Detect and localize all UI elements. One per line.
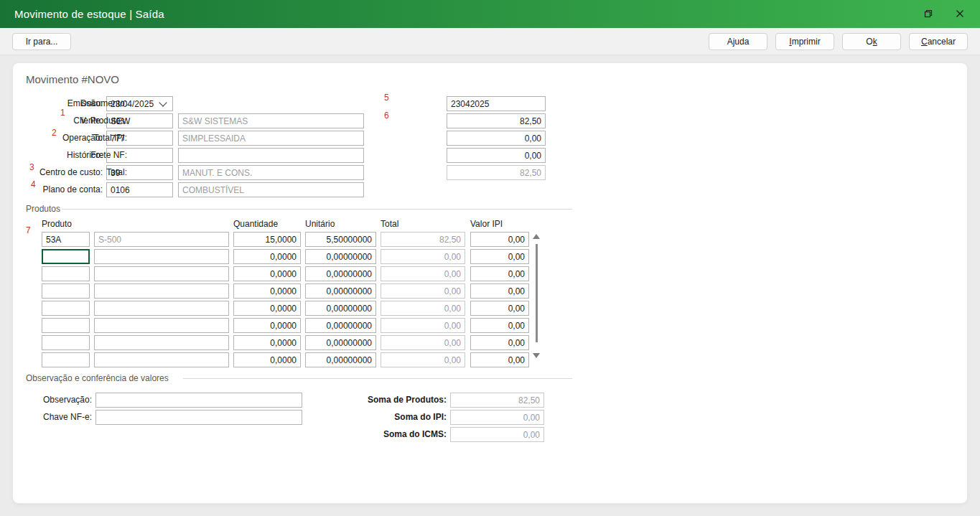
centro-custo-desc-field[interactable] xyxy=(178,165,364,180)
close-button[interactable] xyxy=(944,0,976,28)
product-unit-input[interactable] xyxy=(305,283,376,299)
annotation-5: 5 xyxy=(384,93,389,102)
product-unit-input[interactable] xyxy=(305,249,376,264)
product-row xyxy=(13,249,967,264)
window-controls xyxy=(913,0,976,28)
frete-nf-input[interactable] xyxy=(447,148,546,163)
scrollbar-thumb[interactable] xyxy=(536,244,538,342)
soma-icms-field xyxy=(450,427,544,442)
product-row xyxy=(13,232,967,247)
v-produtos-label: V. Produtos: xyxy=(13,113,127,128)
product-ipi-input[interactable] xyxy=(470,352,529,367)
product-ipi-input[interactable] xyxy=(470,318,529,333)
product-qty-input[interactable] xyxy=(233,318,301,333)
window-title: Movimento de estoque | Saída xyxy=(14,8,164,20)
product-desc-field[interactable] xyxy=(94,335,229,350)
product-code-input-focused[interactable] xyxy=(42,249,90,264)
soma-ipi-label: Soma do IPI: xyxy=(314,410,447,425)
scrollbar-up-button[interactable] xyxy=(533,234,540,239)
frete-nf-label: Frete NF: xyxy=(13,148,127,163)
chave-nfe-input[interactable] xyxy=(95,410,302,425)
observacao-label: Observação: xyxy=(13,393,92,408)
product-code-input[interactable] xyxy=(42,301,90,316)
total-ipi-input[interactable] xyxy=(447,131,546,146)
product-ipi-input[interactable] xyxy=(470,232,529,247)
product-row xyxy=(13,266,967,281)
product-qty-input[interactable] xyxy=(233,352,301,367)
product-desc-field[interactable] xyxy=(94,301,229,316)
toolbar-button-group: Ajuda Imprimir Ok Cancelar xyxy=(709,33,968,50)
titlebar: Movimento de estoque | Saída xyxy=(0,0,980,28)
product-row xyxy=(13,352,967,367)
soma-icms-label: Soma do ICMS: xyxy=(314,427,447,442)
column-header-produto: Produto xyxy=(42,219,72,229)
page-title: Movimento #NOVO xyxy=(26,73,119,85)
help-button[interactable]: Ajuda xyxy=(709,33,767,50)
product-ipi-input[interactable] xyxy=(470,335,529,350)
plano-conta-desc-field[interactable] xyxy=(178,182,364,197)
cancel-button[interactable]: Cancelar xyxy=(909,33,968,50)
product-unit-input[interactable] xyxy=(305,301,376,316)
total-label: Total: xyxy=(13,165,127,180)
product-unit-input[interactable] xyxy=(305,266,376,281)
product-total-field xyxy=(381,266,465,281)
historico-desc-field[interactable] xyxy=(178,148,364,163)
product-ipi-input[interactable] xyxy=(470,266,529,281)
product-total-field xyxy=(381,283,465,299)
toolbar: Ir para... Ajuda Imprimir Ok Cancelar xyxy=(0,28,980,55)
product-code-input[interactable] xyxy=(42,335,90,350)
restore-button[interactable] xyxy=(913,0,944,28)
footer-section-title: Observação e conferência de valores xyxy=(26,373,169,383)
documento-input[interactable] xyxy=(447,96,546,111)
column-header-total: Total xyxy=(381,219,398,229)
product-desc-field[interactable] xyxy=(94,266,229,281)
product-qty-input[interactable] xyxy=(233,301,301,316)
v-produtos-input[interactable] xyxy=(447,113,546,128)
product-unit-input[interactable] xyxy=(305,335,376,350)
total-ipi-label: Total IPI: xyxy=(13,131,127,146)
product-unit-input[interactable] xyxy=(305,318,376,333)
product-unit-input[interactable] xyxy=(305,352,376,367)
product-desc-field[interactable] xyxy=(94,318,229,333)
product-qty-input[interactable] xyxy=(233,266,301,281)
product-desc-field[interactable] xyxy=(94,232,229,247)
product-code-input[interactable] xyxy=(42,318,90,333)
product-desc-field[interactable] xyxy=(94,283,229,299)
product-row xyxy=(13,335,967,350)
product-ipi-input[interactable] xyxy=(470,283,529,299)
product-code-input[interactable] xyxy=(42,352,90,367)
ok-button[interactable]: Ok xyxy=(842,33,901,50)
product-total-field xyxy=(381,249,465,264)
print-button[interactable]: Imprimir xyxy=(775,33,834,50)
total-readonly-field xyxy=(447,165,546,180)
product-qty-input[interactable] xyxy=(233,335,301,350)
column-header-unitario: Unitário xyxy=(305,219,335,229)
product-code-input[interactable] xyxy=(42,266,90,281)
observacao-input[interactable] xyxy=(95,393,302,408)
product-desc-field[interactable] xyxy=(94,352,229,367)
soma-produtos-field xyxy=(450,393,544,408)
product-unit-input[interactable] xyxy=(305,232,376,247)
products-section-title: Produtos xyxy=(26,204,60,214)
product-qty-input[interactable] xyxy=(233,232,301,247)
product-qty-input[interactable] xyxy=(233,283,301,299)
cliente-desc-field[interactable] xyxy=(178,113,364,128)
annotation-6: 6 xyxy=(384,111,389,120)
go-to-button[interactable]: Ir para... xyxy=(12,33,71,50)
plano-conta-label: Plano de conta: xyxy=(13,182,103,197)
plano-conta-code-input[interactable] xyxy=(106,182,173,197)
product-row xyxy=(13,301,967,316)
product-qty-input[interactable] xyxy=(233,249,301,264)
product-total-field xyxy=(381,335,465,350)
product-total-field xyxy=(381,318,465,333)
product-code-input[interactable] xyxy=(42,283,90,299)
scrollbar-down-button[interactable] xyxy=(533,353,540,358)
product-ipi-input[interactable] xyxy=(470,249,529,264)
product-code-input[interactable] xyxy=(42,232,90,247)
operacao-desc-field[interactable] xyxy=(178,131,364,146)
product-desc-field[interactable] xyxy=(94,249,229,264)
soma-produtos-label: Soma de Produtos: xyxy=(314,393,447,408)
restore-icon xyxy=(924,8,933,21)
product-ipi-input[interactable] xyxy=(470,301,529,316)
product-total-field xyxy=(381,232,465,247)
